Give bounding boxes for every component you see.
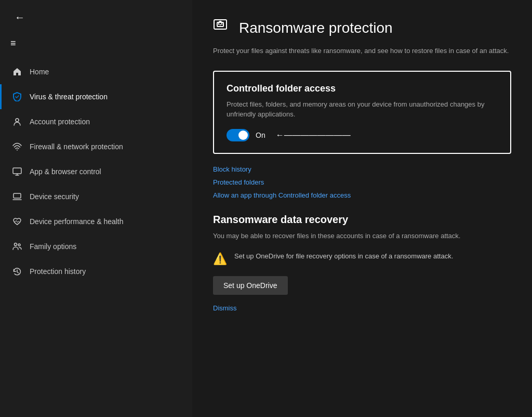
sidebar-item-virus-label: Virus & threat protection	[30, 93, 108, 101]
ransomware-icon	[213, 17, 232, 40]
sidebar-item-firewall[interactable]: Firewall & network protection	[0, 134, 192, 159]
shield-icon	[12, 92, 22, 102]
warning-text: Set up OneDrive for file recovery option…	[234, 251, 453, 262]
toggle-row: On ←————————	[227, 129, 498, 141]
sidebar-item-devhealth-label: Device performance & health	[30, 217, 124, 226]
sidebar-item-family[interactable]: Family options	[0, 234, 192, 259]
page-title: Ransomware protection	[239, 20, 393, 36]
cfa-title: Controlled folder access	[227, 83, 498, 94]
sidebar-item-virus[interactable]: Virus & threat protection	[0, 84, 192, 109]
main-content: Ransomware protection Protect your files…	[192, 0, 532, 417]
block-history-link[interactable]: Block history	[213, 165, 511, 173]
svg-point-4	[15, 243, 17, 246]
cfa-card: Controlled folder access Protect files, …	[213, 71, 511, 154]
sidebar-item-history[interactable]: Protection history	[0, 259, 192, 284]
recovery-description: You may be able to recover files in thes…	[213, 231, 511, 241]
toggle-label: On	[256, 131, 265, 139]
sidebar-item-history-label: Protection history	[30, 267, 86, 276]
home-icon	[12, 67, 22, 77]
page-header: Ransomware protection	[213, 17, 511, 40]
sidebar-item-appbrowser[interactable]: App & browser control	[0, 159, 192, 184]
sidebar-item-account-label: Account protection	[30, 118, 90, 126]
links-section: Block history Protected folders Allow an…	[213, 165, 511, 199]
monitor-icon	[12, 166, 22, 177]
sidebar-item-account[interactable]: Account protection	[0, 109, 192, 134]
arrow-indicator: ←————————	[276, 131, 351, 140]
back-button[interactable]: ←	[10, 9, 29, 25]
page-description: Protect your files against threats like …	[213, 46, 511, 56]
sidebar-item-appbrowser-label: App & browser control	[30, 167, 101, 176]
heart-icon	[12, 216, 22, 227]
sidebar-item-firewall-label: Firewall & network protection	[30, 142, 123, 151]
warning-icon: ⚠️	[213, 252, 227, 266]
sidebar-item-devsecurity[interactable]: Device security	[0, 184, 192, 209]
sidebar: ← ≡ Home Virus & threat protection	[0, 0, 192, 417]
cfa-toggle[interactable]	[227, 129, 249, 141]
sidebar-item-family-label: Family options	[30, 242, 76, 251]
sidebar-item-devhealth[interactable]: Device performance & health	[0, 209, 192, 234]
allow-app-link[interactable]: Allow an app through Controlled folder a…	[213, 191, 511, 199]
svg-rect-2	[13, 168, 21, 174]
setup-onedrive-button[interactable]: Set up OneDrive	[213, 276, 288, 295]
family-icon	[12, 241, 22, 252]
recovery-title: Ransomware data recovery	[213, 214, 511, 226]
cfa-description: Protect files, folders, and memory areas…	[227, 99, 498, 120]
svg-rect-3	[14, 193, 21, 198]
svg-point-0	[16, 119, 19, 122]
svg-point-8	[220, 24, 221, 25]
svg-point-5	[18, 244, 20, 246]
person-icon	[12, 116, 22, 127]
history-icon	[12, 266, 22, 277]
protected-folders-link[interactable]: Protected folders	[213, 178, 511, 186]
sidebar-item-home-label: Home	[30, 68, 49, 76]
laptop-icon	[12, 191, 22, 202]
hamburger-menu[interactable]: ≡	[0, 31, 192, 56]
warning-box: ⚠️ Set up OneDrive for file recovery opt…	[213, 251, 511, 266]
nav-list: Home Virus & threat protection Account p…	[0, 59, 192, 284]
dismiss-link[interactable]: Dismiss	[213, 304, 237, 312]
sidebar-item-devsecurity-label: Device security	[30, 192, 79, 201]
wifi-icon	[12, 141, 22, 152]
svg-point-1	[17, 150, 18, 151]
sidebar-item-home[interactable]: Home	[0, 59, 192, 84]
sidebar-top: ←	[0, 0, 192, 31]
